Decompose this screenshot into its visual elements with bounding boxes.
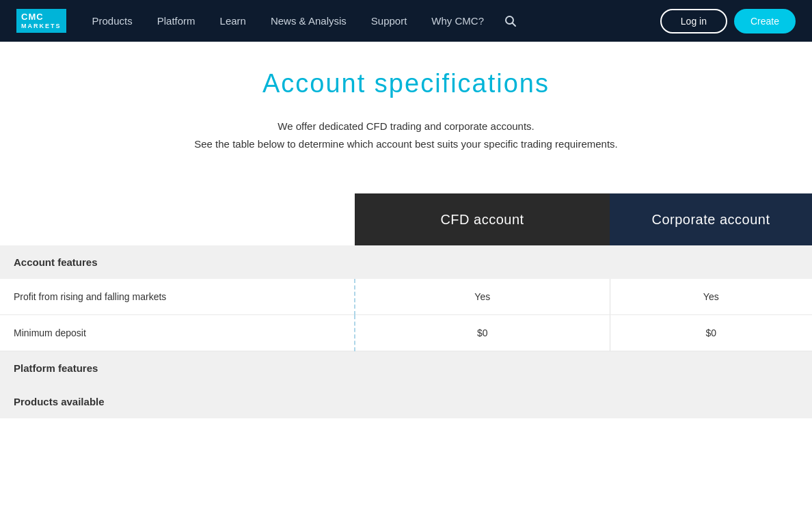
search-icon[interactable]	[496, 15, 525, 27]
login-button[interactable]: Log in	[660, 9, 727, 33]
feature-label: Profit from rising and falling markets	[0, 279, 355, 315]
nav-items: Products Platform Learn News & Analysis …	[80, 0, 660, 42]
table-section: CFD account Corporate account Account fe…	[0, 193, 812, 418]
cfd-value: Yes	[355, 279, 610, 315]
page-title: Account specifications	[14, 69, 798, 98]
feature-label: Minimum deposit	[0, 315, 355, 351]
cfd-account-header: CFD account	[355, 193, 610, 245]
svg-line-1	[513, 23, 516, 26]
nav-item-support[interactable]: Support	[359, 0, 420, 42]
section-platform-features: Platform features	[0, 351, 812, 386]
logo-mark: CMC MARKETS	[16, 9, 66, 32]
section-account-features: Account features	[0, 245, 812, 279]
nav-item-why-cmc[interactable]: Why CMC?	[419, 0, 496, 42]
main-content: Account specifications We offer dedicate…	[0, 42, 812, 152]
specs-table: Account features Profit from rising and …	[0, 245, 812, 418]
section-label: Platform features	[0, 351, 812, 386]
nav-actions: Log in Create	[660, 9, 796, 33]
logo[interactable]: CMC MARKETS	[16, 9, 66, 32]
corp-account-header: Corporate account	[610, 193, 812, 245]
account-headers: CFD account Corporate account	[355, 193, 812, 245]
corp-value: Yes	[610, 279, 812, 315]
cfd-value: $0	[355, 315, 610, 351]
subtitle-line2: See the table below to determine which a…	[14, 135, 798, 153]
nav-item-products[interactable]: Products	[80, 0, 145, 42]
subtitle-line1: We offer dedicated CFD trading and corpo…	[14, 118, 798, 135]
corp-value: $0	[610, 315, 812, 351]
create-button[interactable]: Create	[734, 9, 796, 33]
navbar: CMC MARKETS Products Platform Learn News…	[0, 0, 812, 42]
nav-item-learn[interactable]: Learn	[208, 0, 258, 42]
nav-item-news[interactable]: News & Analysis	[258, 0, 359, 42]
nav-item-platform[interactable]: Platform	[145, 0, 208, 42]
section-label: Account features	[0, 245, 812, 279]
section-label: Products available	[0, 385, 812, 418]
section-products-available: Products available	[0, 385, 812, 418]
table-row: Minimum deposit $0 $0	[0, 315, 812, 351]
table-row: Profit from rising and falling markets Y…	[0, 279, 812, 315]
